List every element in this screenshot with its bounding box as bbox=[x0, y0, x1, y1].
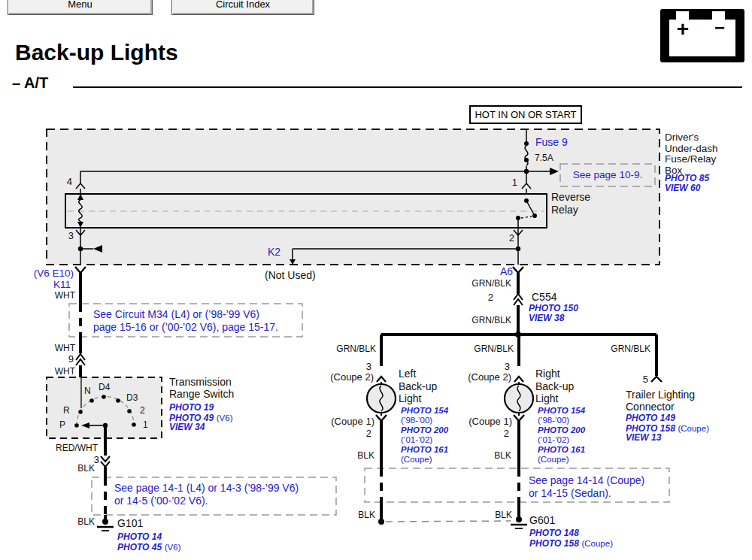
left-light-photo-links[interactable]: PHOTO 154 (’98-’00) PHOTO 200 (’01-’02) … bbox=[401, 406, 448, 465]
view-60-link[interactable]: VIEW 60 bbox=[665, 183, 700, 193]
see-page-10-9-link[interactable]: See page 10-9. bbox=[560, 169, 655, 180]
trs-pos-1: 1 bbox=[143, 420, 148, 430]
wire-color-blk-1: BLK bbox=[65, 464, 95, 474]
menu-button-label: Menu bbox=[68, 0, 92, 10]
m34-note-line1: See Circuit M34 (L4) or (’98-’99 V6) bbox=[93, 308, 278, 321]
m34-note-link[interactable]: See Circuit M34 (L4) or (’98-’99 V6) pag… bbox=[93, 308, 278, 334]
photo-154-link[interactable]: PHOTO 154 bbox=[401, 406, 448, 416]
wire-color-wht-1: WHT bbox=[45, 291, 75, 301]
photo-45-text: PHOTO 45 bbox=[117, 542, 162, 552]
right-light-name-line1: Right bbox=[535, 368, 574, 380]
battery-minus-sign: − bbox=[714, 17, 725, 38]
trs-pos-r: R bbox=[63, 406, 70, 416]
fusebox-name-line3: Fuse/Relay bbox=[665, 154, 718, 165]
photo-200-link[interactable]: PHOTO 200 bbox=[401, 425, 448, 435]
junction-dot-pin2 bbox=[516, 247, 520, 251]
photo-200-qualifier-right: (’01-’02) bbox=[538, 435, 585, 445]
circuit-index-button-label: Circuit Index bbox=[216, 0, 270, 10]
wire-color-grnblk-mid: GRN/BLK bbox=[461, 344, 514, 354]
subtitle-text: A/T bbox=[24, 74, 48, 91]
trailer-name: Trailer Lighting Connector bbox=[626, 389, 695, 413]
c554-label: C554 bbox=[532, 292, 556, 304]
fuse-dot-bottom bbox=[524, 158, 529, 162]
view-13-link[interactable]: VIEW 13 bbox=[626, 433, 661, 443]
wire-color-blk-right: BLK bbox=[481, 451, 511, 461]
trs-pos-p: P bbox=[59, 420, 65, 430]
g101-note-link[interactable]: See page 14-1 (L4) or 14-3 (’98-’99 V6) … bbox=[114, 482, 299, 507]
photo-45-qualifier: (V6) bbox=[165, 543, 181, 552]
page-title: Back-up Lights bbox=[15, 40, 178, 65]
g601-note-line1: See page 14-14 (Coupe) bbox=[529, 474, 644, 487]
subtitle-dash: – bbox=[12, 74, 20, 91]
photo-161-link-right[interactable]: PHOTO 161 bbox=[538, 445, 585, 455]
photo-158-g601-qualifier: (Coupe) bbox=[581, 539, 613, 548]
relay-pin3-label: 3 bbox=[59, 231, 74, 242]
left-light-name: Left Back-up Light bbox=[399, 368, 437, 405]
photo-19-link[interactable]: PHOTO 19 bbox=[169, 403, 214, 413]
g601-ground-icon bbox=[511, 516, 527, 528]
view-34-link[interactable]: VIEW 34 bbox=[169, 422, 205, 432]
photo-200-link-right[interactable]: PHOTO 200 bbox=[538, 425, 585, 435]
v6-e10-label[interactable]: (V6 E10) bbox=[21, 268, 74, 279]
left-light-pin2-label: 2 bbox=[356, 428, 371, 440]
view-38-link[interactable]: VIEW 38 bbox=[529, 313, 564, 323]
wire-color-grnblk-left: GRN/BLK bbox=[323, 344, 376, 354]
photo-148-link[interactable]: PHOTO 148 bbox=[529, 528, 579, 538]
not-used-label: (Not Used) bbox=[265, 270, 316, 282]
junction-dot-fuse bbox=[524, 169, 529, 174]
right-light-name-line2: Back-up bbox=[535, 380, 574, 393]
circuit-index-button[interactable]: Circuit Index bbox=[171, 0, 314, 15]
wire-color-redwht: RED/WHT bbox=[45, 443, 98, 453]
g101-note-line1: See page 14-1 (L4) or 14-3 (’98-’99 V6) bbox=[114, 482, 299, 495]
right-light-name: Right Back-up Light bbox=[535, 368, 574, 405]
a6-label[interactable]: A6 bbox=[475, 266, 513, 278]
g101-label: G101 bbox=[117, 518, 143, 530]
trs-pos-n: N bbox=[84, 386, 91, 396]
relay-pin2-label: 2 bbox=[499, 233, 514, 244]
photo-158-qualifier: (Coupe) bbox=[678, 424, 709, 433]
k2-label[interactable]: K2 bbox=[268, 247, 280, 259]
k11-label[interactable]: K11 bbox=[33, 279, 71, 290]
menu-button[interactable]: Menu bbox=[8, 0, 153, 15]
left-light-name-line2: Back-up bbox=[399, 380, 437, 393]
left-light-name-line1: Left bbox=[399, 368, 437, 380]
relay-pin1-label: 1 bbox=[502, 177, 517, 189]
right-light-name-line3: Light bbox=[535, 392, 574, 405]
wire-color-wht-2: WHT bbox=[45, 344, 75, 353]
wire-color-grnblk-right: GRN/BLK bbox=[598, 344, 650, 354]
hot-in-on-or-start-label: HOT IN ON OR START bbox=[470, 109, 581, 120]
manual-page: Menu Circuit Index Back-up Lights – A/T … bbox=[0, 0, 752, 560]
g601-note-line2: or 14-15 (Sedan). bbox=[529, 487, 644, 500]
fuse-amps-label: 7.5A bbox=[535, 153, 553, 163]
fusebox-name-line1: Driver's bbox=[665, 132, 718, 144]
relay-pin4-label: 4 bbox=[57, 177, 72, 188]
connector-9-symbol bbox=[76, 354, 85, 365]
right-light-photo-links[interactable]: PHOTO 154 (’98-’00) PHOTO 200 (’01-’02) … bbox=[538, 406, 585, 465]
left-coupe2-label: (Coupe 2) bbox=[314, 372, 374, 383]
connector-3-symbol bbox=[101, 456, 110, 467]
c554-pin2-label: 2 bbox=[478, 292, 493, 304]
fuse-9-label[interactable]: Fuse 9 bbox=[535, 137, 568, 149]
trailer-connector-symbol bbox=[651, 377, 662, 382]
photo-154-qualifier: (’98-’00) bbox=[401, 416, 448, 425]
photo-154-link-right[interactable]: PHOTO 154 bbox=[538, 406, 585, 416]
battery-icon[interactable]: + − bbox=[660, 9, 744, 62]
photo-161-link[interactable]: PHOTO 161 bbox=[401, 445, 448, 455]
k11-connector bbox=[75, 267, 86, 273]
junction-dot-pin3 bbox=[78, 247, 83, 251]
fusebox-name: Driver's Under-dash Fuse/Relay Box bbox=[665, 132, 718, 176]
left-coupe1-label: (Coupe 1) bbox=[314, 416, 374, 428]
left-ground-dot bbox=[378, 519, 384, 525]
wire-color-grnblk-1: GRN/BLK bbox=[459, 279, 511, 289]
photo-45-link[interactable]: PHOTO 45 (V6) bbox=[117, 542, 181, 553]
photo-149-link[interactable]: PHOTO 149 bbox=[626, 413, 675, 423]
c554-connector-symbol bbox=[514, 294, 523, 305]
photo-14-link[interactable]: PHOTO 14 bbox=[117, 532, 162, 542]
trailer-name-line1: Trailer Lighting bbox=[626, 389, 695, 401]
photo-158-g601-text: PHOTO 158 bbox=[529, 538, 579, 549]
trs-pos-d3: D3 bbox=[126, 393, 138, 403]
wire-color-blk-bottom-right: BLK bbox=[482, 510, 512, 520]
trs-name-line2: Range Switch bbox=[169, 389, 234, 401]
photo-158-link-g601[interactable]: PHOTO 158 (Coupe) bbox=[529, 538, 613, 549]
g601-note-link[interactable]: See page 14-14 (Coupe) or 14-15 (Sedan). bbox=[529, 474, 644, 500]
